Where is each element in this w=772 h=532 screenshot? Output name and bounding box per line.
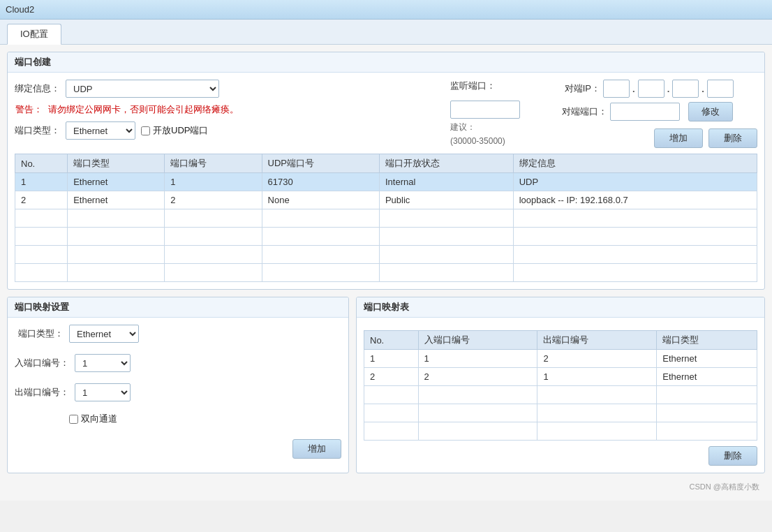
- table-row[interactable]: 112Ethernet: [364, 350, 757, 368]
- remote-ip-label: 对端IP：: [562, 82, 600, 95]
- bind-row: 绑定信息： UDP TCP Internal: [15, 80, 436, 98]
- port-mapping-settings-body: 端口类型： Ethernet Serial 入端口编号： 1 2: [8, 318, 348, 466]
- listen-port-label: 监听端口：: [450, 80, 496, 92]
- delete-port-button[interactable]: 删除: [708, 128, 757, 148]
- hint-text: (30000-35000): [450, 136, 548, 146]
- port-type-label: 端口类型：: [15, 124, 60, 137]
- open-udp-checkbox[interactable]: [141, 126, 150, 135]
- port-table-header-row: No. 端口类型 端口编号 UDP端口号 端口开放状态 绑定信息: [15, 154, 757, 173]
- bidirectional-text: 双向通道: [81, 413, 117, 425]
- col-type: 端口类型: [68, 154, 165, 173]
- table-row: [15, 264, 757, 282]
- table-row: [364, 386, 757, 404]
- delete-mapping-button[interactable]: 删除: [708, 446, 757, 466]
- remote-ip-0[interactable]: 0: [603, 80, 630, 98]
- watermark: CSDN @高精度小数: [7, 480, 765, 494]
- port-table-head: No. 端口类型 端口编号 UDP端口号 端口开放状态 绑定信息: [15, 154, 757, 173]
- mapping-table-head: No. 入端口编号 出端口编号 端口类型: [364, 331, 757, 350]
- remote-port-input[interactable]: 0: [610, 103, 680, 121]
- map-port-type-row: 端口类型： Ethernet Serial: [15, 325, 341, 343]
- map-col-type: 端口类型: [657, 331, 757, 350]
- col-bind: 绑定信息: [513, 154, 757, 173]
- top-form-area: 绑定信息： UDP TCP Internal 警告： 请勿绑定公网网卡，否则可能…: [15, 80, 757, 148]
- remote-port-row: 对端端口： 0 修改: [562, 102, 757, 121]
- map-port-type-label: 端口类型：: [15, 327, 64, 340]
- map-col-in: 入端口编号: [418, 331, 537, 350]
- in-port-label: 入端口编号：: [15, 357, 69, 369]
- add-port-button[interactable]: 增加: [654, 128, 703, 148]
- warning-label: 警告：: [15, 103, 43, 116]
- left-form: 绑定信息： UDP TCP Internal 警告： 请勿绑定公网网卡，否则可能…: [15, 80, 436, 145]
- table-row: [364, 422, 757, 441]
- bidirectional-label[interactable]: 双向通道: [69, 413, 117, 425]
- tab-bar: IO配置: [0, 20, 772, 45]
- port-creation-body: 绑定信息： UDP TCP Internal 警告： 请勿绑定公网网卡，否则可能…: [8, 73, 764, 289]
- bottom-panels: 端口映射设置 端口类型： Ethernet Serial 入端口编号： 1: [7, 297, 765, 480]
- table-row[interactable]: 221Ethernet: [364, 368, 757, 386]
- bind-label: 绑定信息：: [15, 82, 60, 95]
- table-row[interactable]: 1Ethernet161730InternalUDP: [15, 173, 757, 191]
- port-table-body: 1Ethernet161730InternalUDP2Ethernet2None…: [15, 173, 757, 282]
- col-no: No.: [15, 154, 68, 173]
- bidirectional-row: 双向通道: [15, 413, 341, 425]
- app-title: Cloud2: [6, 4, 34, 15]
- remote-port-label: 对端端口：: [562, 105, 607, 118]
- port-table: No. 端口类型 端口编号 UDP端口号 端口开放状态 绑定信息 1Ethern…: [15, 154, 757, 282]
- remote-ip-row: 对端IP： 0 . 0 . 0 . 0: [562, 80, 757, 98]
- table-row: [15, 246, 757, 264]
- in-port-select[interactable]: 1 2: [75, 354, 131, 372]
- map-port-type-select[interactable]: Ethernet Serial: [69, 325, 139, 343]
- mapping-table-body: 112Ethernet221Ethernet: [364, 350, 757, 441]
- port-mapping-table-body: No. 入端口编号 出端口编号 端口类型 112Ethernet221Ether…: [357, 318, 764, 473]
- warning-text: 请勿绑定公网网卡，否则可能会引起网络瘫痪。: [48, 103, 239, 116]
- port-type-select[interactable]: Ethernet Serial: [66, 121, 135, 140]
- remote-ip-3[interactable]: 0: [707, 80, 734, 98]
- modify-button[interactable]: 修改: [688, 102, 733, 121]
- right-form: 对端IP： 0 . 0 . 0 . 0 对端端口： 0 修改: [562, 80, 757, 148]
- map-col-out: 出端口编号: [537, 331, 657, 350]
- tab-io-config[interactable]: IO配置: [7, 24, 61, 45]
- add-mapping-button[interactable]: 增加: [292, 439, 341, 459]
- mapping-header-row: No. 入端口编号 出端口编号 端口类型: [364, 331, 757, 350]
- title-bar: Cloud2: [0, 0, 772, 20]
- port-mapping-settings-panel: 端口映射设置 端口类型： Ethernet Serial 入端口编号： 1: [7, 297, 349, 473]
- main-content: 端口创建 绑定信息： UDP TCP Internal 警告：: [0, 45, 772, 501]
- action-btn-row: 增加 删除: [562, 128, 757, 148]
- bottom-form-area: 端口类型： Ethernet Serial 入端口编号： 1 2: [15, 325, 341, 459]
- out-port-label: 出端口编号：: [15, 386, 69, 399]
- hint-label: 建议：: [450, 121, 548, 133]
- col-status: 端口开放状态: [379, 154, 513, 173]
- map-delete-btn-row: 删除: [364, 446, 757, 466]
- bidirectional-checkbox[interactable]: [69, 415, 78, 424]
- warning-row: 警告： 请勿绑定公网网卡，否则可能会引起网络瘫痪。: [15, 103, 436, 116]
- remote-ip-1[interactable]: 0: [638, 80, 665, 98]
- map-add-btn-row: 增加: [15, 439, 341, 459]
- table-row: [15, 209, 757, 228]
- port-creation-panel: 端口创建 绑定信息： UDP TCP Internal 警告：: [7, 52, 765, 290]
- open-udp-label[interactable]: 开放UDP端口: [141, 124, 208, 137]
- bind-select[interactable]: UDP TCP Internal: [66, 80, 219, 98]
- port-type-row: 端口类型： Ethernet Serial 开放UDP端口: [15, 121, 436, 140]
- open-udp-text: 开放UDP端口: [153, 124, 208, 137]
- port-mapping-settings-title: 端口映射设置: [8, 297, 348, 318]
- out-port-select[interactable]: 1 2: [75, 383, 131, 401]
- port-creation-title: 端口创建: [8, 52, 764, 73]
- col-num: 端口编号: [165, 154, 262, 173]
- port-mapping-table-panel: 端口映射表 No. 入端口编号 出端口编号 端口类型 112Ethernet22…: [356, 297, 765, 473]
- listen-port-input[interactable]: 30000: [450, 101, 520, 119]
- in-port-row: 入端口编号： 1 2: [15, 354, 341, 372]
- mapping-table: No. 入端口编号 出端口编号 端口类型 112Ethernet221Ether…: [364, 330, 757, 441]
- table-row: [364, 404, 757, 422]
- middle-form: 监听端口： 30000 建议： (30000-35000): [450, 80, 548, 146]
- listen-port-row: 监听端口：: [450, 80, 548, 92]
- table-row: [15, 228, 757, 246]
- map-col-no: No.: [364, 331, 419, 350]
- table-row[interactable]: 2Ethernet2NonePublicloopback -- IP: 192.…: [15, 191, 757, 209]
- port-mapping-table-title: 端口映射表: [357, 297, 764, 318]
- remote-ip-2[interactable]: 0: [672, 80, 699, 98]
- out-port-row: 出端口编号： 1 2: [15, 383, 341, 401]
- col-udp: UDP端口号: [262, 154, 379, 173]
